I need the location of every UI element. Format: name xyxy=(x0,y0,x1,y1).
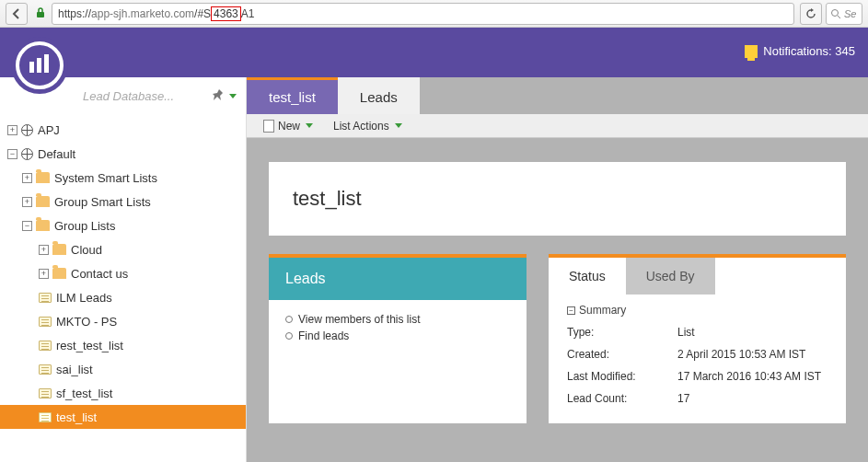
collapse-icon: − xyxy=(567,306,575,315)
list-icon xyxy=(39,293,52,303)
list-icon xyxy=(39,412,52,422)
tab-label: test_list xyxy=(269,89,316,105)
tab-label: Leads xyxy=(360,89,398,105)
pin-icon[interactable] xyxy=(211,87,227,104)
status-tabs: Status Used By xyxy=(549,258,846,295)
tree-mkto-ps[interactable]: MKTO - PS xyxy=(0,309,246,333)
folder-icon xyxy=(36,172,50,183)
list-icon xyxy=(39,364,52,375)
svg-line-2 xyxy=(838,16,840,18)
tree-apj[interactable]: +APJ xyxy=(0,118,246,142)
chevron-down-icon xyxy=(395,123,402,128)
tree-cloud[interactable]: +Cloud xyxy=(0,237,246,261)
tab-status[interactable]: Status xyxy=(549,258,626,295)
url-path-before: /#S xyxy=(194,7,211,20)
list-actions-menu[interactable]: List Actions xyxy=(333,120,402,133)
summary-toggle[interactable]: −Summary xyxy=(567,304,827,317)
kv-key: Type: xyxy=(567,326,677,339)
tree-rest-test-list[interactable]: rest_test_list xyxy=(0,333,246,357)
status-body: −Summary Type:List Created:2 April 2015 … xyxy=(549,295,846,423)
tree-label: Default xyxy=(38,147,75,161)
expand-icon: + xyxy=(22,173,32,183)
bullet-icon xyxy=(285,316,293,323)
svg-point-1 xyxy=(832,9,839,16)
content: test_list Leads View members of this lis… xyxy=(247,138,868,462)
tree-label: sai_list xyxy=(56,363,93,376)
kv-count: Lead Count:17 xyxy=(567,392,827,405)
back-button[interactable] xyxy=(6,3,28,25)
tree-label: sf_test_list xyxy=(56,387,112,400)
tree-label: Group Lists xyxy=(54,219,115,233)
main: test_list Leads New List Actions test_li… xyxy=(247,77,868,462)
document-icon xyxy=(263,120,274,133)
action-label: New xyxy=(278,120,300,133)
search-icon xyxy=(830,8,841,19)
kv-val: 17 xyxy=(677,392,689,405)
svg-rect-0 xyxy=(37,12,44,17)
tree-label: Group Smart Lists xyxy=(54,195,151,209)
view-members-link[interactable]: View members of this list xyxy=(285,313,510,326)
kv-key: Lead Count: xyxy=(567,392,677,405)
url-bar[interactable]: https:// app-sjh.marketo.com /#S 4363 A1 xyxy=(52,3,794,25)
tree-default[interactable]: −Default xyxy=(0,142,246,166)
kv-key: Last Modified: xyxy=(567,370,677,383)
find-leads-link[interactable]: Find leads xyxy=(285,329,510,342)
collapse-icon: − xyxy=(7,149,17,159)
app-body: Lead Database... +APJ −Default +System S… xyxy=(0,77,868,462)
folder-icon xyxy=(36,220,50,231)
kv-modified: Last Modified:17 March 2016 10:43 AM IST xyxy=(567,370,827,383)
status-panel: Status Used By −Summary Type:List Create… xyxy=(549,254,846,423)
expand-icon: + xyxy=(39,269,49,279)
expand-icon: + xyxy=(7,125,17,135)
tab-used-by[interactable]: Used By xyxy=(626,258,715,295)
browser-search-placeholder: Se xyxy=(844,8,856,19)
leads-panel: Leads View members of this list Find lea… xyxy=(269,254,527,423)
folder-icon xyxy=(52,268,66,279)
tree-label: Cloud xyxy=(71,243,102,257)
tab-label: Used By xyxy=(646,269,695,283)
kv-val: 17 March 2016 10:43 AM IST xyxy=(677,370,821,383)
tab-leads[interactable]: Leads xyxy=(338,77,420,114)
sidebar: Lead Database... +APJ −Default +System S… xyxy=(0,77,247,462)
tree-label: Contact us xyxy=(71,267,128,281)
tree-ilm-leads[interactable]: ILM Leads xyxy=(0,285,246,309)
tree-group-smart-lists[interactable]: +Group Smart Lists xyxy=(0,190,246,214)
folder-icon xyxy=(36,196,50,207)
tree-label: rest_test_list xyxy=(56,339,123,352)
globe-icon xyxy=(21,124,33,136)
summary-label: Summary xyxy=(579,304,626,317)
chevron-down-icon xyxy=(306,123,313,128)
action-bar: New List Actions xyxy=(247,114,868,138)
bullet-icon xyxy=(285,332,293,340)
collapse-icon: − xyxy=(22,221,32,231)
lock-icon xyxy=(35,6,46,21)
page-title-card: test_list xyxy=(269,162,846,236)
tree-label: APJ xyxy=(38,123,60,137)
tab-label: Status xyxy=(569,269,606,283)
list-icon xyxy=(39,317,52,327)
tree-system-smart-lists[interactable]: +System Smart Lists xyxy=(0,166,246,190)
kv-key: Created: xyxy=(567,348,677,361)
dropdown-icon[interactable] xyxy=(229,94,237,98)
tree-sai-list[interactable]: sai_list xyxy=(0,357,246,381)
reload-button[interactable] xyxy=(800,3,822,25)
tab-test-list[interactable]: test_list xyxy=(247,77,338,114)
tree-test-list[interactable]: test_list xyxy=(0,405,246,429)
list-icon xyxy=(39,341,52,351)
panels: Leads View members of this list Find lea… xyxy=(269,254,846,423)
globe-icon xyxy=(21,148,33,160)
notifications[interactable]: Notifications: 345 xyxy=(745,44,855,58)
leads-heading: Leads xyxy=(269,258,527,300)
tree-sf-test-list[interactable]: sf_test_list xyxy=(0,381,246,405)
kv-type: Type:List xyxy=(567,326,827,339)
browser-search[interactable]: Se xyxy=(826,3,862,25)
tree-contact-us[interactable]: +Contact us xyxy=(0,261,246,285)
app-header: Notifications: 345 xyxy=(0,28,868,77)
browser-bar: https:// app-sjh.marketo.com /#S 4363 A1… xyxy=(0,0,868,28)
folder-icon xyxy=(52,244,66,255)
tree-group-lists[interactable]: −Group Lists xyxy=(0,214,246,237)
marketo-logo[interactable] xyxy=(11,37,68,94)
new-menu[interactable]: New xyxy=(263,120,313,133)
main-tabs: test_list Leads xyxy=(247,77,868,114)
expand-icon: + xyxy=(22,197,32,207)
